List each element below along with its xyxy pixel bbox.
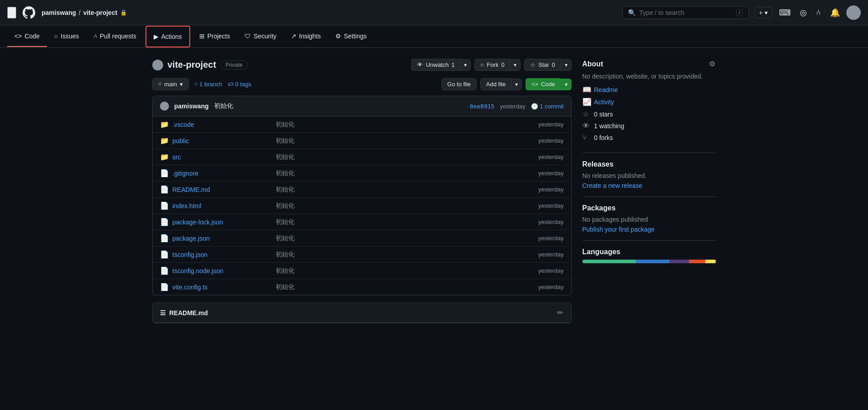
readme-edit-button[interactable]: ✏: [556, 308, 564, 318]
file-name-link[interactable]: .vscode: [173, 121, 272, 128]
tags-link[interactable]: 🏷 0 tags: [228, 81, 251, 88]
code-label: Code: [541, 81, 555, 88]
file-time: yesterday: [538, 267, 563, 274]
languages-section: Languages: [582, 248, 716, 263]
new-button[interactable]: + ▾: [754, 7, 773, 19]
code-icon-btn: <>: [531, 81, 538, 88]
nav-insights[interactable]: ↗ Insights: [284, 26, 328, 47]
nav-issues[interactable]: ○ Issues: [47, 26, 86, 47]
file-commit-message: 初始化: [276, 234, 535, 242]
branch-selector[interactable]: ⑂ main ▾: [152, 78, 189, 90]
file-name-link[interactable]: package.json: [173, 235, 272, 242]
terminal-button[interactable]: ⌨: [776, 5, 793, 20]
pull-requests-nav-button[interactable]: ⑃: [813, 5, 824, 20]
publish-package-link[interactable]: Publish your first package: [582, 226, 655, 233]
breadcrumb-sep: /: [79, 9, 80, 16]
star-icon: ☆: [530, 61, 535, 68]
nav-security[interactable]: 🛡 Security: [237, 26, 284, 47]
file-commit-message: 初始化: [276, 218, 535, 226]
file-time: yesterday: [538, 235, 563, 242]
copilot-button[interactable]: ◎: [797, 5, 810, 20]
code-caret[interactable]: ▾: [561, 79, 572, 90]
languages-title: Languages: [582, 248, 716, 256]
file-name-link[interactable]: README.md: [173, 186, 272, 193]
hamburger-button[interactable]: ☰: [7, 7, 16, 19]
file-commit-message: 初始化: [276, 283, 535, 291]
table-row: 📁src初始化yesterday: [153, 149, 571, 165]
file-commit-message: 初始化: [276, 137, 535, 145]
add-file-button[interactable]: Add file: [480, 78, 511, 90]
packages-section: Packages No packages published Publish y…: [582, 204, 716, 233]
eye-sidebar-icon: 👁: [582, 122, 591, 130]
nav-pull-requests[interactable]: ⑃ Pull requests: [86, 26, 144, 47]
fork-button[interactable]: ⑃ Fork 0: [474, 59, 510, 71]
search-input[interactable]: [639, 9, 732, 16]
about-header: About ⚙: [582, 59, 716, 69]
avatar[interactable]: [846, 5, 861, 20]
unwatch-caret[interactable]: ▾: [460, 59, 471, 71]
repo-actions: 👁 Unwatch 1 ▾ ⑃ Fork 0 ▾: [411, 59, 571, 71]
unwatch-button[interactable]: 👁 Unwatch 1: [411, 59, 460, 71]
file-name-link[interactable]: package-lock.json: [173, 219, 272, 226]
file-name-link[interactable]: src: [173, 154, 272, 161]
file-icon: 📄: [160, 234, 169, 242]
branch-caret: ▾: [180, 81, 183, 88]
tags-count: 0 tags: [235, 81, 251, 88]
notifications-button[interactable]: 🔔: [827, 5, 843, 20]
github-logo[interactable]: [22, 5, 36, 20]
lang-segment: [705, 260, 716, 263]
about-settings-button[interactable]: ⚙: [708, 59, 716, 69]
table-row: 📄package.json初始化yesterday: [153, 230, 571, 247]
activity-icon: 📈: [582, 98, 591, 106]
create-release-link[interactable]: Create a new release: [582, 182, 643, 189]
add-file-caret[interactable]: ▾: [511, 79, 522, 90]
activity-link-item: 📈 Activity: [582, 98, 716, 106]
star-button[interactable]: ☆ Star 0: [524, 59, 560, 71]
file-icon: 📄: [160, 250, 169, 259]
about-description: No description, website, or topics provi…: [582, 73, 716, 80]
nav-projects[interactable]: ⊞ Projects: [192, 26, 238, 47]
readme-link[interactable]: Readme: [594, 86, 618, 93]
packages-title: Packages: [582, 204, 716, 212]
branch-bar: ⑂ main ▾ ⑂ 1 branch 🏷 0 tags Go to file: [152, 78, 572, 90]
file-time: yesterday: [538, 219, 563, 225]
fork-caret[interactable]: ▾: [510, 59, 521, 71]
stars-item: ☆ 0 stars: [582, 110, 716, 118]
readme-icon: ☰: [160, 309, 166, 317]
file-time: yesterday: [538, 137, 563, 144]
file-commit-message: 初始化: [276, 121, 535, 129]
branch-right: Go to file Add file ▾ <> Code ▾: [441, 78, 572, 90]
search-box[interactable]: 🔍 /: [622, 6, 749, 19]
nav-settings[interactable]: ⚙ Settings: [328, 26, 374, 47]
file-name-link[interactable]: tsconfig.json: [173, 251, 272, 258]
folder-icon: 📁: [160, 136, 169, 145]
breadcrumb-repo[interactable]: vite-project: [83, 9, 117, 16]
folder-icon: 📁: [160, 120, 169, 129]
file-name-link[interactable]: public: [173, 137, 272, 144]
file-time: yesterday: [538, 170, 563, 177]
nav-actions[interactable]: ▶ Actions: [145, 26, 190, 47]
star-caret[interactable]: ▾: [561, 59, 572, 71]
file-time: yesterday: [538, 186, 563, 193]
code-group: <> Code ▾: [525, 78, 571, 90]
nav-code[interactable]: <> Code: [7, 26, 47, 47]
activity-link[interactable]: Activity: [594, 98, 614, 106]
repo-title-row: vite-project Private: [152, 60, 248, 70]
file-commit-message: 初始化: [276, 267, 535, 275]
issues-icon: ○: [54, 33, 58, 40]
file-name-link[interactable]: vite.config.ts: [173, 284, 272, 291]
file-commit-message: 初始化: [276, 169, 535, 177]
star-label: Star: [538, 61, 549, 68]
releases-title: Releases: [582, 160, 716, 168]
branches-link[interactable]: ⑂ 1 branch: [194, 81, 222, 88]
file-name-link[interactable]: index.html: [173, 202, 272, 210]
star-count: 0: [552, 61, 555, 68]
file-name-link[interactable]: .gitignore: [173, 170, 272, 177]
file-name-link[interactable]: tsconfig.node.json: [173, 267, 272, 275]
code-button[interactable]: <> Code: [525, 78, 560, 90]
go-to-file-button[interactable]: Go to file: [441, 78, 477, 90]
breadcrumb-user[interactable]: pamiswang: [42, 9, 76, 16]
commits-link[interactable]: 🕐 1 commit: [531, 103, 564, 110]
security-icon: 🛡: [244, 33, 251, 40]
file-icon: 📄: [160, 283, 169, 291]
